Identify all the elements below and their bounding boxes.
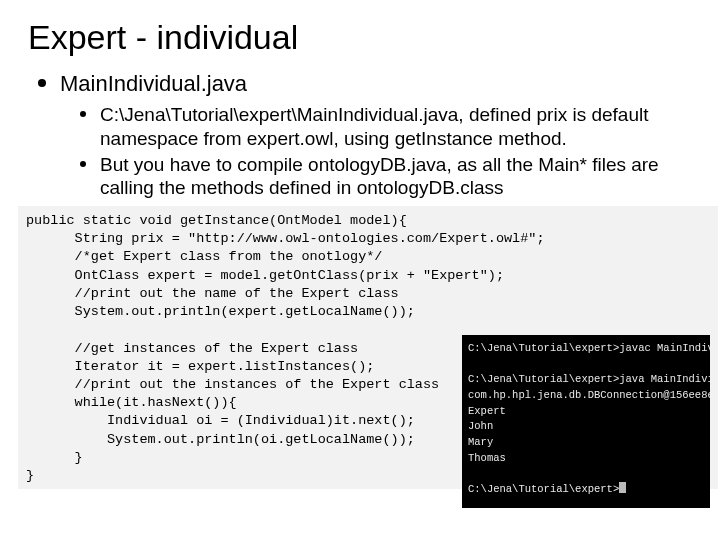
bullet-text: C:\Jena\Tutorial\expert\MainIndividual.j… — [100, 103, 690, 151]
bullet-text: But you have to compile ontologyDB.java,… — [100, 153, 690, 201]
slide: Expert - individual MainIndividual.java … — [0, 0, 720, 540]
bullet-level2: C:\Jena\Tutorial\expert\MainIndividual.j… — [80, 103, 692, 151]
terminal-output: C:\Jena\Tutorial\expert>javac MainIndivi… — [462, 335, 710, 509]
bullet-level1: MainIndividual.java — [38, 71, 692, 97]
bullet-dot-icon — [80, 161, 86, 167]
slide-title: Expert - individual — [28, 18, 692, 57]
bullet-text: MainIndividual.java — [60, 71, 247, 97]
terminal-text: C:\Jena\Tutorial\expert>javac MainIndivi… — [468, 342, 710, 496]
bullet-level2: But you have to compile ontologyDB.java,… — [80, 153, 692, 201]
bullet-dot-icon — [80, 111, 86, 117]
bullet-dot-icon — [38, 79, 46, 87]
cursor-icon — [619, 482, 626, 493]
